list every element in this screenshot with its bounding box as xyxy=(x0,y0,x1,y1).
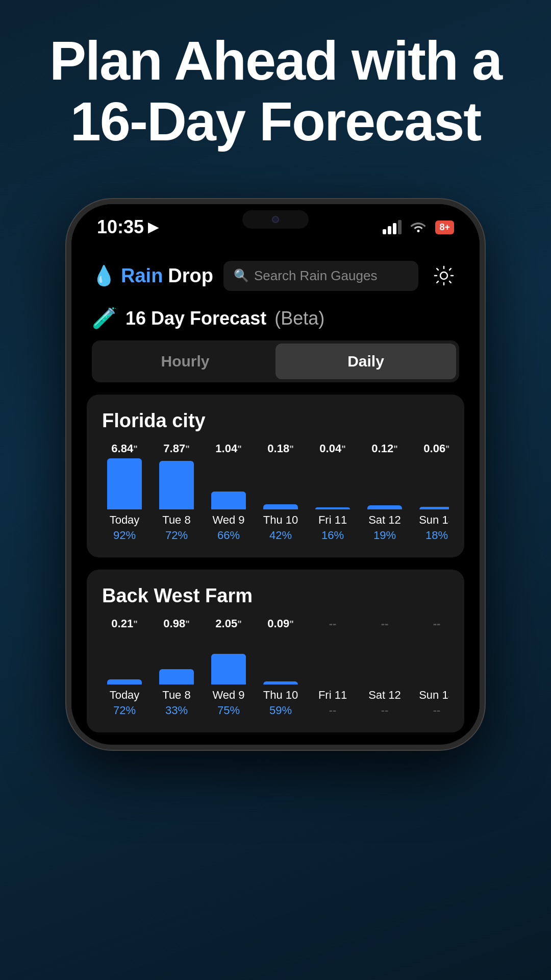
forecast-day: 6.84"Today92% xyxy=(102,442,147,542)
phone-content: 💧 RainDrop 🔍 Search Rain Gauges 🧪 16 Day… xyxy=(71,250,480,732)
raindrop-icon: 💧 xyxy=(92,264,116,287)
search-bar[interactable]: 🔍 Search Rain Gauges xyxy=(223,261,418,291)
back-west-farm-forecast-scroll: 0.21"Today72%0.98"Tue 833%2.05"Wed 975%0… xyxy=(102,617,449,717)
status-icons: 8+ xyxy=(383,218,454,236)
svg-point-0 xyxy=(440,272,447,279)
hero-line2: 16-Day Forecast xyxy=(10,91,541,152)
hero-line1: Plan Ahead with a xyxy=(10,31,541,91)
flask-icon: 🧪 xyxy=(92,306,117,330)
search-icon: 🔍 xyxy=(234,268,249,283)
status-bar: 10:35 ▶ 8+ xyxy=(71,204,480,250)
forecast-day: --Sat 12-- xyxy=(362,617,407,717)
florida-city-card: Florida city 6.84"Today92%7.87"Tue 872%1… xyxy=(87,395,464,557)
florida-city-forecast-scroll: 6.84"Today92%7.87"Tue 872%1.04"Wed 966%0… xyxy=(102,442,449,542)
app-logo: 💧 RainDrop xyxy=(92,264,213,287)
time: 10:35 xyxy=(97,216,144,238)
settings-button[interactable] xyxy=(429,260,459,291)
signal-bars-icon xyxy=(383,220,402,234)
forecast-day: 0.98"Tue 833% xyxy=(154,617,199,717)
time-display: 10:35 ▶ xyxy=(97,216,158,238)
search-placeholder: Search Rain Gauges xyxy=(254,268,377,284)
forecast-day: 1.04"Wed 966% xyxy=(206,442,251,542)
forecast-day: --Fri 11-- xyxy=(310,617,355,717)
signal-bar-1 xyxy=(383,229,386,234)
forecast-day: 7.87"Tue 872% xyxy=(154,442,199,542)
forecast-day: 0.09"Thu 1059% xyxy=(258,617,303,717)
forecast-day: 2.05"Wed 975% xyxy=(206,617,251,717)
camera-notch xyxy=(242,210,309,229)
phone-mockup: 10:35 ▶ 8+ xyxy=(66,199,485,750)
forecast-day: 0.04"Fri 1116% xyxy=(310,442,355,542)
forecast-header: 🧪 16 Day Forecast (Beta) xyxy=(71,301,480,340)
logo-rain-text: Rain xyxy=(121,265,163,287)
forecast-day: 0.21"Today72% xyxy=(102,617,147,717)
location-arrow-icon: ▶ xyxy=(148,219,158,235)
forecast-day: --Sun 13-- xyxy=(414,617,449,717)
logo-drop-text: Drop xyxy=(168,265,213,287)
back-west-farm-card: Back West Farm 0.21"Today72%0.98"Tue 833… xyxy=(87,570,464,732)
wifi-icon xyxy=(410,218,427,236)
forecast-day: 0.18"Thu 1042% xyxy=(258,442,303,542)
tab-switcher: Hourly Daily xyxy=(92,340,459,382)
hero-section: Plan Ahead with a 16-Day Forecast xyxy=(0,31,551,152)
battery-badge: 8+ xyxy=(435,220,454,234)
signal-bar-4 xyxy=(398,220,402,234)
florida-city-label: Florida city xyxy=(102,410,449,432)
signal-bar-3 xyxy=(393,223,396,234)
forecast-day: 0.12"Sat 1219% xyxy=(362,442,407,542)
signal-bar-2 xyxy=(388,226,391,234)
forecast-title: 16 Day Forecast xyxy=(126,308,266,329)
camera-dot xyxy=(272,216,279,223)
back-west-farm-label: Back West Farm xyxy=(102,585,449,607)
tab-daily[interactable]: Daily xyxy=(276,344,456,379)
tab-hourly[interactable]: Hourly xyxy=(95,344,276,379)
forecast-beta-label: (Beta) xyxy=(274,308,324,329)
forecast-day: 0.06"Sun 1318% xyxy=(414,442,449,542)
app-header: 💧 RainDrop 🔍 Search Rain Gauges xyxy=(71,250,480,301)
